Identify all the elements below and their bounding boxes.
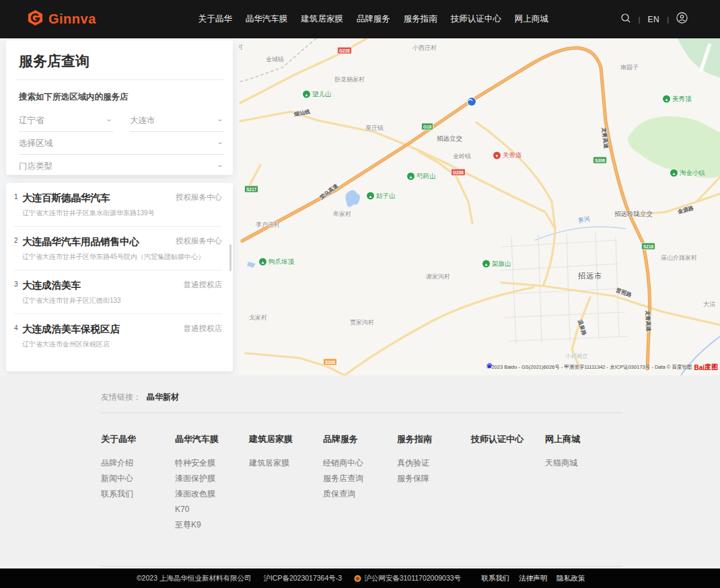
- footer-column-title[interactable]: 服务指南: [397, 433, 471, 445]
- map-poi[interactable]: ▲望儿山: [303, 90, 332, 99]
- search-icon[interactable]: [620, 13, 631, 26]
- select-2[interactable]: 选择区域⌄: [19, 133, 225, 155]
- copyright-text: ©2023 上海晶华恒业新材料有限公司: [137, 574, 252, 583]
- poi-label: 关帝庙: [503, 151, 522, 160]
- store-number: 4: [14, 324, 22, 332]
- select-value: 辽宁省: [19, 115, 44, 126]
- map-poi[interactable]: ▼关帝庙: [493, 151, 522, 160]
- nav-item-3[interactable]: 品牌服务: [355, 11, 392, 28]
- footer-link[interactable]: 联系我们: [101, 490, 175, 498]
- map-poi[interactable]: ▲架旗山: [482, 260, 511, 268]
- footer-column-title[interactable]: 技师认证中心: [471, 433, 545, 445]
- footer-link[interactable]: 至尊K9: [175, 521, 249, 529]
- logo-wordmark: Ginnva: [48, 11, 96, 27]
- store-list-item[interactable]: 3大连成浩美车普通授权店辽宁省大连市甘井子区汇德街133: [6, 270, 233, 314]
- store-address: 辽宁省大连市甘井子区汇德街133: [22, 297, 222, 305]
- nav-item-4[interactable]: 服务指南: [402, 11, 439, 28]
- footer-column-4: 服务指南真伪验证服务保障: [397, 433, 471, 536]
- footer-link[interactable]: 漆面改色膜: [175, 490, 249, 498]
- footer-link[interactable]: 服务店查询: [323, 474, 397, 482]
- nav-item-1[interactable]: 晶华汽车膜: [244, 11, 289, 28]
- footer-link[interactable]: 天猫商城: [545, 459, 619, 467]
- footer-column-title[interactable]: 关于晶华: [101, 433, 175, 445]
- mountain-poi-icon: ▲: [407, 173, 415, 180]
- footer-link[interactable]: 漆面保护膜: [175, 474, 249, 482]
- gongan-badge-icon: [354, 575, 361, 583]
- footer-link[interactable]: 建筑居家膜: [249, 459, 323, 467]
- select-value: 门店类型: [19, 161, 52, 172]
- map-poi[interactable]: ▲姑子山: [367, 192, 396, 200]
- search-hint-label: 搜索如下所选区域内的服务店: [6, 80, 233, 103]
- footer-link[interactable]: 真伪验证: [397, 459, 471, 467]
- icp-link[interactable]: 沪ICP备2023017364号-3: [263, 574, 342, 583]
- nav-item-6[interactable]: 网上商城: [513, 11, 550, 28]
- map-poi[interactable]: ▲淘金小镇: [670, 169, 705, 178]
- select-3[interactable]: 门店类型⌄: [19, 155, 225, 178]
- store-list-card: 1大连百斯德晶华汽车授权服务中心辽宁省大连市甘井子区泉水街源华东路139号2大连…: [6, 183, 233, 371]
- map-attribution: © 2023 Baidu - GS(2021)6026号 - 甲测资字11111…: [487, 363, 718, 372]
- bottom-link[interactable]: 隐私政策: [556, 574, 585, 583]
- store-list-item[interactable]: 4大连成浩美车保税区店普通授权店辽宁省大连市金州区保税区店: [6, 314, 233, 348]
- poi-glyph: ▼: [495, 153, 499, 157]
- highway-interchange-marker[interactable]: [468, 98, 476, 106]
- store-name: 大连百斯德晶华汽车: [22, 192, 110, 204]
- footer-link[interactable]: 特种安全膜: [175, 459, 249, 467]
- main-nav: 关于晶华晶华汽车膜建筑居家膜品牌服务服务指南技师认证中心网上商城: [197, 11, 550, 28]
- left-column: 服务店查询 搜索如下所选区域内的服务店 辽宁省⌄大连市⌄选择区域⌄门店类型⌄ 1…: [0, 38, 239, 375]
- language-toggle[interactable]: EN: [647, 15, 659, 24]
- mountain-poi-icon: ▲: [670, 170, 678, 177]
- brand-logo[interactable]: Ginnva: [27, 9, 96, 29]
- footer-link[interactable]: 新闻中心: [101, 474, 175, 482]
- footer-columns: 关于晶华品牌介绍新闻中心联系我们晶华汽车膜特种安全膜漆面保护膜漆面改色膜K70至…: [101, 433, 720, 536]
- logo-hexagon-icon: [27, 9, 44, 29]
- mountain-poi-icon: ▲: [367, 192, 374, 200]
- store-name: 大连晶华汽车用品销售中心: [22, 236, 139, 248]
- map-poi[interactable]: ▲美秀顶: [663, 95, 692, 104]
- poi-glyph: ▲: [261, 260, 265, 264]
- select-0[interactable]: 辽宁省⌄: [19, 110, 114, 132]
- nav-item-5[interactable]: 技师认证中心: [449, 11, 503, 28]
- poi-label: 淘金小镇: [680, 169, 705, 178]
- poi-glyph: ▲: [305, 92, 309, 96]
- police-registration[interactable]: 沪公网安备31011702009033号: [354, 574, 461, 583]
- mountain-poi-icon: ▲: [663, 96, 670, 103]
- map-poi[interactable]: ▲芍药山: [407, 172, 436, 181]
- list-scrollbar[interactable]: [229, 244, 231, 271]
- road-badge: S218: [641, 243, 655, 250]
- footer-column-title[interactable]: 网上商城: [545, 433, 619, 445]
- store-address: 辽宁省大连市金州区保税区店: [22, 340, 222, 348]
- nav-item-2[interactable]: 建筑居家膜: [299, 11, 345, 28]
- store-list-item[interactable]: 1大连百斯德晶华汽车授权服务中心辽宁省大连市甘井子区泉水街源华东路139号: [6, 183, 233, 227]
- footer-link[interactable]: 服务保障: [397, 474, 471, 482]
- store-type-badge: 授权服务中心: [170, 236, 222, 246]
- footer-link[interactable]: 经销商中心: [323, 459, 397, 467]
- footer-column-6: 网上商城天猫商城: [545, 433, 619, 536]
- footer-column-2: 建筑居家膜建筑居家膜: [249, 433, 323, 536]
- friend-links-label: 友情链接：: [101, 392, 141, 403]
- bottom-link[interactable]: 法律声明: [519, 574, 547, 583]
- region-selects: 辽宁省⌄大连市⌄选择区域⌄门店类型⌄: [6, 103, 233, 178]
- select-1[interactable]: 大连市⌄: [130, 110, 225, 132]
- poi-glyph: ▲: [369, 194, 373, 198]
- footer-column-title[interactable]: 建筑居家膜: [249, 433, 323, 445]
- poi-glyph: ▲: [409, 174, 413, 178]
- store-list-item[interactable]: 2大连晶华汽车用品销售中心授权服务中心辽宁省大连市甘井子区华东路45号院内（汽贸…: [6, 227, 233, 270]
- map-copyright-text: © 2023 Baidu - GS(2021)6026号 - 甲测资字11111…: [487, 364, 692, 371]
- user-account-icon[interactable]: [676, 12, 688, 26]
- store-query-card: 服务店查询 搜索如下所选区域内的服务店 辽宁省⌄大连市⌄选择区域⌄门店类型⌄: [6, 40, 233, 175]
- footer-link[interactable]: 质保查询: [323, 490, 397, 498]
- baidu-map[interactable]: 家村金城镇小西庄村南园子卧龙杨家村蚕庄镇招远立交金岭镇牟家村李户庄村谢家沟村戈家…: [239, 38, 720, 375]
- bottom-link[interactable]: 联系我们: [481, 574, 509, 583]
- nav-item-0[interactable]: 关于晶华: [197, 11, 233, 28]
- footer-link[interactable]: K70: [175, 505, 249, 513]
- map-poi[interactable]: ▲狗爪埠顶: [259, 258, 294, 266]
- poi-label: 狗爪埠顶: [268, 258, 294, 266]
- footer-column-title[interactable]: 晶华汽车膜: [175, 433, 249, 445]
- friend-link-jinghua[interactable]: 晶华新材: [147, 392, 179, 403]
- footer-link[interactable]: 品牌介绍: [101, 459, 175, 467]
- legal-links: 联系我们法律声明隐私政策: [476, 574, 589, 583]
- footer-column-title[interactable]: 品牌服务: [323, 433, 397, 445]
- poi-glyph: ▲: [665, 97, 669, 101]
- store-number: 1: [14, 193, 22, 200]
- store-address: 辽宁省大连市甘井子区华东路45号院内（汽贸集团贴膜中心）: [22, 253, 222, 261]
